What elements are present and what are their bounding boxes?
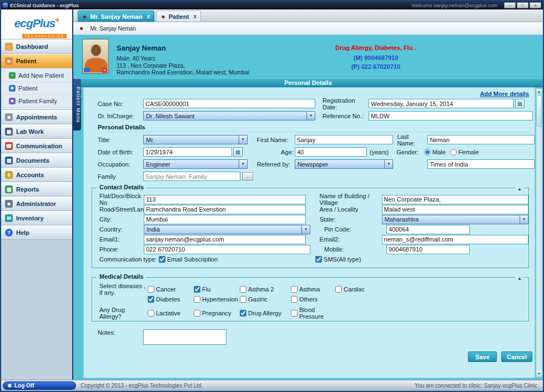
first-name-input[interactable] bbox=[295, 135, 394, 144]
sms-input[interactable] bbox=[315, 256, 322, 263]
case-no-input[interactable] bbox=[143, 99, 315, 108]
allergy-pregnancy-checkbox[interactable]: Pregnancy bbox=[194, 310, 240, 316]
sidebar-item-accounts[interactable]: $ Accounts bbox=[1, 168, 72, 182]
sidebar-item-communication[interactable]: ☎ Communication bbox=[1, 139, 72, 153]
disease-gastric-checkbox[interactable]: Gastric bbox=[240, 296, 291, 303]
mobile-input[interactable] bbox=[386, 245, 470, 254]
sidebar-item-label: Administrator bbox=[16, 200, 56, 207]
calendar-icon[interactable]: ▦ bbox=[515, 99, 525, 108]
sidebar-item-patient-sub[interactable]: ☻ Patient bbox=[1, 82, 72, 95]
state-select[interactable]: Maharashtra ▼ bbox=[382, 215, 528, 224]
sidebar-item-administrator[interactable]: ☻ Administrator bbox=[1, 197, 72, 211]
disease-asthma-checkbox[interactable]: Asthma bbox=[291, 286, 335, 293]
dr-incharge-select[interactable]: Dr. Nilesh Sawant ▼ bbox=[143, 111, 315, 120]
gender-female-radio[interactable]: Female bbox=[450, 149, 479, 155]
email1-input[interactable] bbox=[144, 235, 306, 244]
minimize-button[interactable]: – bbox=[504, 2, 516, 8]
hypertension-input[interactable] bbox=[194, 296, 200, 303]
tab-close-icon[interactable]: x bbox=[147, 13, 150, 19]
log-off-button[interactable]: Log Off bbox=[3, 381, 76, 390]
family-browse-button[interactable]: ... bbox=[242, 172, 253, 180]
sidebar-item-add-new-patient[interactable]: + Add New Patient bbox=[1, 69, 72, 82]
sidebar-item-inventory[interactable]: ✉ Inventory bbox=[1, 211, 72, 225]
registration-date-input[interactable] bbox=[369, 99, 514, 108]
email-subscription-checkbox[interactable]: Email Subscription bbox=[159, 256, 218, 263]
close-button[interactable]: × bbox=[530, 2, 541, 8]
disease-diabetes-checkbox[interactable]: Diabetes bbox=[148, 296, 194, 303]
cancer-input[interactable] bbox=[148, 286, 154, 293]
remove-photo-icon[interactable]: ✕ bbox=[102, 68, 107, 73]
email-subscription-input[interactable] bbox=[159, 256, 165, 263]
reference-no-input[interactable] bbox=[369, 111, 533, 120]
cardiac-input[interactable] bbox=[335, 286, 342, 293]
save-button[interactable]: Save bbox=[468, 351, 497, 362]
sms-checkbox[interactable]: SMS(All type) bbox=[315, 256, 361, 263]
calendar-icon[interactable]: ▦ bbox=[233, 147, 243, 157]
last-name-input[interactable] bbox=[427, 135, 535, 144]
collapse-icon[interactable]: ▲ bbox=[515, 187, 524, 192]
lactative-input[interactable] bbox=[148, 310, 154, 316]
flat-input[interactable] bbox=[144, 195, 306, 204]
age-input[interactable] bbox=[295, 147, 367, 157]
disease-cancer-checkbox[interactable]: Cancer bbox=[148, 286, 194, 293]
referred-by-detail-input[interactable] bbox=[427, 159, 535, 169]
vertical-scrollbar[interactable]: ▲ ▼ bbox=[536, 88, 542, 378]
phone-input[interactable] bbox=[144, 245, 310, 254]
tab-close-icon[interactable]: x bbox=[193, 13, 197, 19]
title-select[interactable]: Mr. ▼ bbox=[143, 135, 248, 144]
app-icon bbox=[3, 3, 8, 8]
pin-input[interactable] bbox=[386, 225, 470, 234]
patient-menu-tab[interactable]: Patient Menu bbox=[73, 79, 81, 130]
country-select[interactable]: India ▼ bbox=[144, 225, 310, 234]
dob-input[interactable] bbox=[143, 147, 232, 157]
scrollbar-thumb[interactable] bbox=[536, 96, 542, 127]
allergy-drug-allergy-checkbox[interactable]: Drug Allergy bbox=[240, 310, 291, 316]
road-input[interactable] bbox=[144, 205, 306, 214]
gender-female-input[interactable] bbox=[450, 149, 457, 155]
scroll-down-icon[interactable]: ▼ bbox=[536, 371, 542, 377]
scroll-up-icon[interactable]: ▲ bbox=[536, 89, 542, 95]
area-input[interactable] bbox=[382, 205, 528, 214]
sidebar-item-appointments[interactable]: ☻ Appointments bbox=[1, 110, 72, 124]
allergy-lactative-checkbox[interactable]: Lactative bbox=[148, 310, 194, 316]
others-input[interactable] bbox=[291, 296, 298, 303]
sidebar-item-patient-family[interactable]: ☻ Patient Family bbox=[1, 95, 72, 108]
pregnancy-input[interactable] bbox=[194, 310, 200, 316]
asthma2-input[interactable] bbox=[240, 286, 246, 293]
disease-hypertension-checkbox[interactable]: Hypertension bbox=[194, 296, 240, 303]
asthma-label: Asthma bbox=[299, 286, 320, 293]
disease-asthma2-checkbox[interactable]: Asthma 2 bbox=[240, 286, 291, 293]
cancel-button[interactable]: Cancel bbox=[501, 351, 532, 362]
allergy-blood-pressure-checkbox[interactable]: Blood Pressure bbox=[291, 306, 339, 320]
referred-by-select[interactable]: Newspaper ▼ bbox=[295, 159, 394, 169]
camera-icon[interactable] bbox=[84, 68, 90, 72]
blood-pressure-input[interactable] bbox=[291, 310, 298, 316]
sidebar-item-lab-work[interactable]: ▤ Lab Work bbox=[1, 124, 72, 139]
occupation-select[interactable]: Engineer ▼ bbox=[143, 159, 248, 169]
country-label: Country: bbox=[99, 226, 144, 233]
email2-input[interactable] bbox=[382, 235, 528, 244]
sidebar-item-patient[interactable]: ☻ Patient bbox=[1, 54, 72, 68]
disease-others-checkbox[interactable]: Others bbox=[291, 296, 335, 303]
tab-sanjay-neman[interactable]: ☻ Mr. Sanjay Neman x bbox=[78, 11, 154, 22]
tab-patient[interactable]: ☻ Patient x bbox=[156, 11, 201, 22]
building-input[interactable] bbox=[382, 195, 528, 204]
maximize-button[interactable]: □ bbox=[517, 2, 528, 8]
sidebar-item-reports[interactable]: ▥ Reports bbox=[1, 182, 72, 197]
gastric-input[interactable] bbox=[240, 296, 246, 303]
diabetes-input[interactable] bbox=[148, 296, 154, 303]
sidebar-item-documents[interactable]: ▤ Documents bbox=[1, 153, 72, 168]
disease-cardiac-checkbox[interactable]: Cardiac bbox=[335, 286, 391, 293]
city-input[interactable] bbox=[144, 215, 306, 224]
add-more-details-link[interactable]: Add More details bbox=[480, 91, 529, 97]
drug-allergy-input[interactable] bbox=[240, 310, 246, 316]
sidebar-item-help[interactable]: ? Help bbox=[1, 225, 72, 240]
sidebar-item-dashboard[interactable]: ⌂ Dashboard bbox=[1, 39, 72, 54]
gender-male-input[interactable] bbox=[424, 149, 431, 155]
flu-input[interactable] bbox=[194, 286, 200, 293]
gender-male-radio[interactable]: Male bbox=[424, 149, 446, 155]
disease-flu-checkbox[interactable]: Flu bbox=[194, 286, 240, 293]
asthma-input[interactable] bbox=[291, 286, 298, 293]
notes-input[interactable] bbox=[143, 329, 226, 345]
collapse-icon[interactable]: ▲ bbox=[515, 276, 524, 281]
